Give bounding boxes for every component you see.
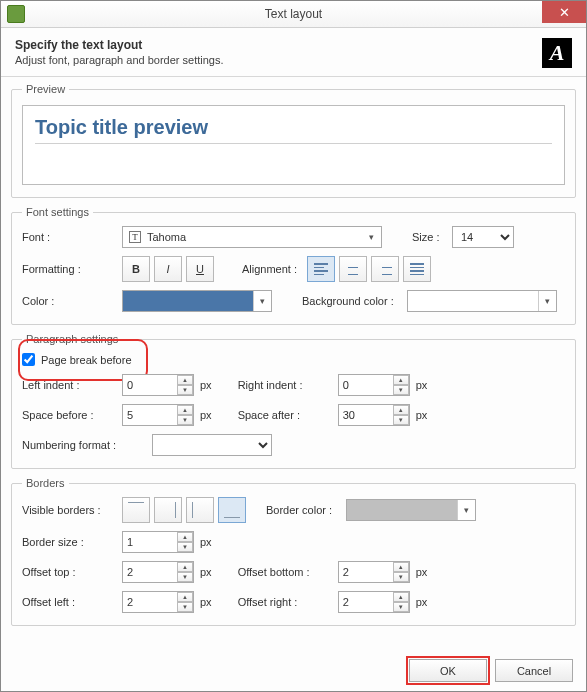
- page-break-label: Page break before: [41, 354, 132, 366]
- font-color-picker[interactable]: ▾: [122, 290, 272, 312]
- truetype-icon: T: [129, 231, 141, 243]
- rightindent-label: Right indent :: [238, 379, 338, 391]
- page-break-checkbox[interactable]: Page break before: [22, 353, 132, 366]
- para-legend: Paragraph settings: [22, 333, 122, 345]
- page-break-input[interactable]: [22, 353, 35, 366]
- header-subtitle: Adjust font, paragraph and border settin…: [15, 54, 224, 66]
- spaceafter-spinner[interactable]: ▲▼: [338, 404, 410, 426]
- font-color-swatch: [123, 291, 253, 311]
- spacebefore-spinner[interactable]: ▲▼: [122, 404, 194, 426]
- align-center-button[interactable]: [339, 256, 367, 282]
- dialog-header: Specify the text layout Adjust font, par…: [1, 28, 586, 76]
- offtop-spinner[interactable]: ▲▼: [122, 561, 194, 583]
- numfmt-label: Numbering format :: [22, 439, 152, 451]
- unit-px: px: [200, 566, 212, 578]
- unit-px: px: [200, 596, 212, 608]
- border-left-button[interactable]: [186, 497, 214, 523]
- size-combo[interactable]: 14: [452, 226, 514, 248]
- unit-px: px: [200, 379, 212, 391]
- leftindent-spinner[interactable]: ▲▼: [122, 374, 194, 396]
- title-bar: Text layout ✕: [1, 1, 586, 28]
- numfmt-combo[interactable]: [152, 434, 272, 456]
- spacebefore-label: Space before :: [22, 409, 122, 421]
- chevron-down-icon: ▾: [363, 229, 379, 245]
- offbot-spinner[interactable]: ▲▼: [338, 561, 410, 583]
- offleft-spinner[interactable]: ▲▼: [122, 591, 194, 613]
- unit-px: px: [416, 566, 428, 578]
- cancel-button[interactable]: Cancel: [495, 659, 573, 682]
- spaceafter-label: Space after :: [238, 409, 338, 421]
- italic-button[interactable]: I: [154, 256, 182, 282]
- offright-spinner[interactable]: ▲▼: [338, 591, 410, 613]
- font-value: Tahoma: [147, 231, 186, 243]
- border-color-swatch: [347, 500, 457, 520]
- preview-legend: Preview: [22, 83, 69, 95]
- bordersize-label: Border size :: [22, 536, 122, 548]
- chevron-down-icon: ▾: [253, 291, 271, 311]
- dialog-footer: OK Cancel: [409, 659, 573, 682]
- bordersize-spinner[interactable]: ▲▼: [122, 531, 194, 553]
- formatting-label: Formatting :: [22, 263, 122, 275]
- border-right-button[interactable]: [154, 497, 182, 523]
- unit-px: px: [416, 596, 428, 608]
- bgcolor-label: Background color :: [302, 295, 407, 307]
- bordercolor-label: Border color :: [266, 504, 346, 516]
- alignment-label: Alignment :: [242, 263, 297, 275]
- preview-group: Preview Topic title preview: [11, 83, 576, 198]
- offbot-label: Offset bottom :: [238, 566, 338, 578]
- font-settings-group: Font settings Font : T Tahoma ▾ Size : 1…: [11, 206, 576, 325]
- close-button[interactable]: ✕: [542, 1, 586, 23]
- bg-color-picker[interactable]: ▾: [407, 290, 557, 312]
- preview-text: Topic title preview: [35, 116, 552, 144]
- app-icon: [7, 5, 25, 23]
- bold-button[interactable]: B: [122, 256, 150, 282]
- ok-button[interactable]: OK: [409, 659, 487, 682]
- font-combo[interactable]: T Tahoma ▾: [122, 226, 382, 248]
- font-legend: Font settings: [22, 206, 93, 218]
- color-label: Color :: [22, 295, 122, 307]
- unit-px: px: [200, 409, 212, 421]
- align-justify-button[interactable]: [403, 256, 431, 282]
- align-right-button[interactable]: [371, 256, 399, 282]
- border-bottom-button[interactable]: [218, 497, 246, 523]
- paragraph-settings-group: Paragraph settings Page break before Lef…: [11, 333, 576, 469]
- offtop-label: Offset top :: [22, 566, 122, 578]
- unit-px: px: [200, 536, 212, 548]
- border-top-button[interactable]: [122, 497, 150, 523]
- preview-box: Topic title preview: [22, 105, 565, 185]
- chevron-down-icon: ▾: [538, 291, 556, 311]
- chevron-down-icon: ▾: [457, 500, 475, 520]
- unit-px: px: [416, 409, 428, 421]
- align-left-button[interactable]: [307, 256, 335, 282]
- borders-group: Borders Visible borders : Border color :…: [11, 477, 576, 626]
- rightindent-spinner[interactable]: ▲▼: [338, 374, 410, 396]
- bg-color-swatch: [408, 291, 538, 311]
- border-color-picker[interactable]: ▾: [346, 499, 476, 521]
- text-style-icon: A: [542, 38, 572, 68]
- size-label: Size :: [412, 231, 452, 243]
- borders-legend: Borders: [22, 477, 69, 489]
- header-title: Specify the text layout: [15, 38, 224, 52]
- font-label: Font :: [22, 231, 122, 243]
- offleft-label: Offset left :: [22, 596, 122, 608]
- leftindent-label: Left indent :: [22, 379, 122, 391]
- window-title: Text layout: [265, 7, 322, 21]
- visible-borders-label: Visible borders :: [22, 504, 122, 516]
- offright-label: Offset right :: [238, 596, 338, 608]
- unit-px: px: [416, 379, 428, 391]
- underline-button[interactable]: U: [186, 256, 214, 282]
